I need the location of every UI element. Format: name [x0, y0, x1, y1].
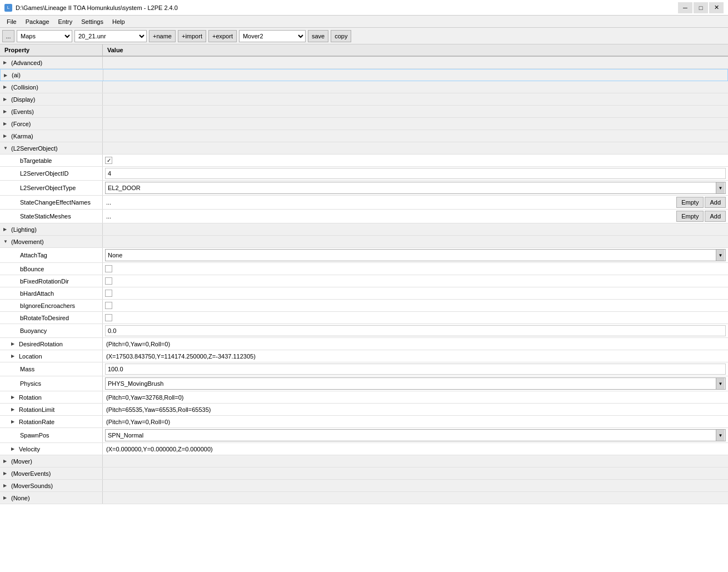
checkbox-input[interactable] — [105, 265, 112, 272]
expand-icon[interactable]: ▶ — [11, 354, 17, 359]
table-row[interactable]: ▶(Force) — [0, 118, 728, 130]
table-row[interactable]: Mass — [0, 362, 728, 376]
empty-button[interactable]: Empty — [676, 211, 704, 222]
checkbox-input[interactable] — [105, 302, 112, 309]
checkbox-input[interactable] — [105, 290, 112, 297]
table-row[interactable]: ▶(Events) — [0, 106, 728, 118]
property-value[interactable] — [103, 155, 728, 166]
menu-package[interactable]: Package — [21, 17, 54, 26]
table-row[interactable]: ▶(MoverSounds) — [0, 480, 728, 492]
expand-icon[interactable]: ▶ — [11, 341, 17, 346]
expand-icon[interactable]: ▶ — [3, 483, 9, 488]
table-row[interactable]: ▶RotationLimit(Pitch=65535,Yaw=65535,Rol… — [0, 404, 728, 416]
table-row[interactable]: bFixedRotationDir — [0, 275, 728, 287]
table-row[interactable]: bRotateToDesired — [0, 312, 728, 324]
object-select[interactable]: Mover2 — [239, 30, 306, 42]
add-button[interactable]: Add — [705, 197, 726, 208]
minimize-button[interactable]: ─ — [678, 2, 692, 13]
property-value[interactable] — [103, 263, 728, 275]
table-row[interactable]: bBounce — [0, 263, 728, 275]
expand-icon[interactable]: ▶ — [3, 121, 9, 126]
table-row[interactable]: ▶(Display) — [0, 93, 728, 106]
expand-icon[interactable]: ▶ — [3, 109, 9, 114]
expand-icon[interactable]: ▶ — [11, 395, 17, 400]
expand-icon[interactable]: ▶ — [3, 133, 9, 138]
dropdown-select[interactable]: EL2_DOOR — [105, 182, 726, 194]
property-value[interactable]: None▼ — [103, 248, 728, 262]
text-input[interactable] — [105, 364, 726, 375]
property-value[interactable]: (Pitch=0,Yaw=0,Roll=0) — [103, 338, 728, 350]
table-row[interactable]: ▶(ai) — [0, 69, 728, 81]
expand-icon[interactable]: ▶ — [3, 459, 9, 464]
expand-icon[interactable]: ▶ — [3, 495, 9, 500]
menu-settings[interactable]: Settings — [77, 17, 108, 26]
checkbox-input[interactable] — [105, 314, 112, 321]
dropdown-select[interactable]: PHYS_MovingBrush — [105, 377, 726, 390]
property-value[interactable]: (Pitch=0,Yaw=0,Roll=0) — [103, 416, 728, 427]
table-row[interactable]: ▶(MoverEvents) — [0, 467, 728, 480]
property-value[interactable] — [103, 300, 728, 311]
copy-button[interactable]: copy — [331, 30, 351, 42]
table-row[interactable]: PhysicsPHYS_MovingBrush▼ — [0, 376, 728, 391]
collapse-icon[interactable]: ▼ — [3, 146, 9, 151]
table-row[interactable]: ▶DesiredRotation(Pitch=0,Yaw=0,Roll=0) — [0, 338, 728, 350]
table-row[interactable]: Buoyancy — [0, 324, 728, 338]
close-button[interactable]: ✕ — [709, 2, 724, 13]
menu-file[interactable]: File — [2, 17, 21, 26]
expand-icon[interactable]: ▶ — [11, 419, 17, 424]
maximize-button[interactable]: □ — [694, 2, 708, 13]
property-value[interactable]: ...EmptyAdd — [103, 210, 728, 223]
empty-button[interactable]: Empty — [676, 197, 704, 208]
table-row[interactable]: ▶Rotation(Pitch=0,Yaw=32768,Roll=0) — [0, 391, 728, 404]
text-input[interactable] — [105, 325, 726, 336]
property-value[interactable] — [103, 324, 728, 337]
table-row[interactable]: StateChangeEffectNames...EmptyAdd — [0, 196, 728, 210]
property-value[interactable]: (Pitch=0,Yaw=32768,Roll=0) — [103, 391, 728, 403]
table-row[interactable]: ▶(Advanced) — [0, 57, 728, 69]
table-row[interactable]: ▶(Lighting) — [0, 223, 728, 236]
checkbox-input[interactable] — [105, 277, 112, 285]
category-select[interactable]: Maps — [17, 30, 72, 42]
table-row[interactable]: bIgnoreEncroachers — [0, 300, 728, 312]
property-value[interactable]: (X=17503.843750,Y=114174.250000,Z=-3437.… — [103, 350, 728, 362]
add-export-button[interactable]: +export — [208, 30, 237, 42]
expand-icon[interactable]: ▶ — [11, 446, 17, 451]
table-row[interactable]: StateStaticMeshes...EmptyAdd — [0, 210, 728, 223]
dropdown-select[interactable]: SPN_Normal — [105, 429, 726, 441]
collapse-icon[interactable]: ▼ — [3, 239, 9, 244]
expand-icon[interactable]: ▶ — [11, 407, 17, 412]
property-value[interactable] — [103, 275, 728, 287]
property-value[interactable] — [103, 312, 728, 324]
table-row[interactable]: bTargetable — [0, 155, 728, 167]
menu-entry[interactable]: Entry — [54, 17, 77, 26]
table-row[interactable]: L2ServerObjectTypeEL2_DOOR▼ — [0, 181, 728, 196]
add-button[interactable]: Add — [705, 211, 726, 222]
table-row[interactable]: SpawnPosSPN_Normal▼ — [0, 428, 728, 443]
nav-back-button[interactable]: ... — [2, 30, 14, 42]
table-row[interactable]: AttachTagNone▼ — [0, 248, 728, 263]
expand-icon[interactable]: ▶ — [4, 73, 9, 78]
save-button[interactable]: save — [308, 30, 328, 42]
property-value[interactable]: PHYS_MovingBrush▼ — [103, 376, 728, 391]
expand-icon[interactable]: ▶ — [3, 97, 9, 102]
property-value[interactable]: (X=0.000000,Y=0.000000,Z=0.000000) — [103, 443, 728, 455]
expand-icon[interactable]: ▶ — [3, 227, 9, 232]
property-value[interactable]: EL2_DOOR▼ — [103, 181, 728, 195]
property-value[interactable]: (Pitch=65535,Yaw=65535,Roll=65535) — [103, 404, 728, 415]
property-value[interactable] — [103, 167, 728, 180]
table-row[interactable]: bHardAttach — [0, 287, 728, 300]
table-row[interactable]: ▶Velocity(X=0.000000,Y=0.000000,Z=0.0000… — [0, 443, 728, 455]
expand-icon[interactable]: ▶ — [3, 60, 9, 65]
property-value[interactable] — [103, 362, 728, 376]
table-row[interactable]: ▶(Karma) — [0, 130, 728, 142]
table-row[interactable]: ▶RotationRate(Pitch=0,Yaw=0,Roll=0) — [0, 416, 728, 428]
text-input[interactable] — [105, 168, 726, 179]
expand-icon[interactable]: ▶ — [3, 471, 9, 476]
menu-help[interactable]: Help — [108, 17, 129, 26]
table-row[interactable]: ▶Location(X=17503.843750,Y=114174.250000… — [0, 350, 728, 362]
property-value[interactable] — [103, 287, 728, 299]
checkbox-input[interactable] — [105, 157, 112, 164]
file-select[interactable]: 20_21.unr — [74, 30, 147, 42]
table-row[interactable]: ▶(None) — [0, 492, 728, 504]
add-import-button[interactable]: +import — [178, 30, 206, 42]
